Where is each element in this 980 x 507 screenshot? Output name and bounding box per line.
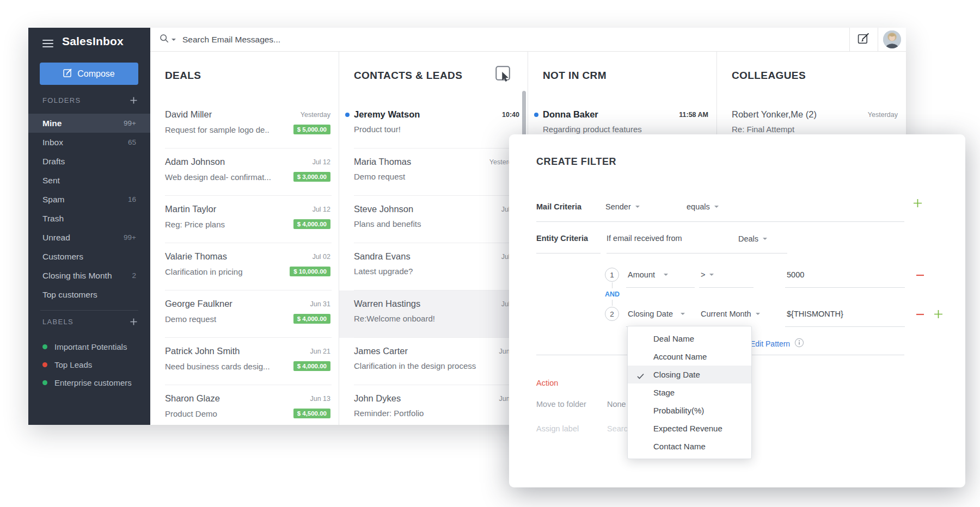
dropdown-option-stage[interactable]: Stage <box>628 384 751 401</box>
email-date: 11:58 AM <box>679 109 708 119</box>
column-title: DEALS <box>165 70 201 81</box>
edit-pattern-link[interactable]: Edit Pattern <box>750 339 790 348</box>
sidebar-item-inbox[interactable]: Inbox65 <box>28 133 150 152</box>
add-folder-icon[interactable] <box>130 97 137 104</box>
email-list-item[interactable]: Patrick John SmithJun 21Need business ca… <box>150 338 339 385</box>
hamburger-menu-icon[interactable] <box>42 40 53 47</box>
condition-1-operator-select[interactable]: > <box>701 270 714 279</box>
sidebar-label-important-potentials[interactable]: Important Potentials <box>28 338 150 356</box>
compose-button[interactable]: Compose <box>40 63 138 85</box>
add-mail-criteria-icon[interactable] <box>912 198 922 208</box>
condition-1-operator-value: > <box>701 270 705 279</box>
sidebar-item-sent[interactable]: Sent <box>28 171 150 190</box>
sidebar-item-customers[interactable]: Customers <box>28 247 150 266</box>
email-list-item[interactable]: Sharon GlazeJun 13Product Demo$ 4,500.00 <box>150 385 339 425</box>
email-list-item[interactable]: James CarterJun 28Clarification in the d… <box>339 338 528 385</box>
sender-name: John Dykes <box>354 393 401 404</box>
remove-condition-1-icon[interactable] <box>916 274 924 277</box>
user-avatar <box>883 30 901 48</box>
email-date: Jun 31 <box>310 299 330 308</box>
add-condition-icon[interactable] <box>934 310 943 319</box>
dropdown-option-account-name[interactable]: Account Name <box>628 348 751 366</box>
folder-list: Mine99+Inbox65DraftsSentSpam16TrashUnrea… <box>28 114 150 304</box>
email-date: 10:40 <box>502 109 519 119</box>
mail-criteria-underline <box>536 221 904 222</box>
sidebar-label-enterprise-customers[interactable]: Enterprise customers <box>28 374 150 392</box>
deal-amount-badge: $ 4,000.00 <box>293 314 330 324</box>
condition-2-field-select[interactable]: Closing Date <box>628 310 685 318</box>
sender-name: David Miller <box>165 109 212 120</box>
sidebar-item-unread[interactable]: Unread99+ <box>28 228 150 247</box>
column-title: CONTACTS & LEADS <box>354 70 462 81</box>
folder-count: 99+ <box>124 119 136 127</box>
select-cursor-icon[interactable] <box>495 66 512 85</box>
sidebar-item-spam[interactable]: Spam16 <box>28 190 150 209</box>
folder-label: Top customers <box>42 290 97 300</box>
email-list-item[interactable]: Jeremy Watson10:40Product tour! <box>339 101 528 149</box>
email-subject: Clarification in pricing <box>165 267 243 276</box>
dropdown-option-probability[interactable]: Probability(%) <box>628 401 751 419</box>
email-list-item[interactable]: David MillerYesterdayRequest for sample … <box>150 101 339 149</box>
mail-criteria-field-select[interactable]: Sender <box>605 202 640 211</box>
condition-2-operator-select[interactable]: Current Month <box>701 310 760 318</box>
email-list-item[interactable]: Steve JohnsonJul 12Plans and benefits <box>339 196 528 243</box>
search-icon <box>160 34 169 46</box>
email-list-item[interactable]: Valarie ThomasJul 02Clarification in pri… <box>150 243 339 290</box>
user-menu[interactable] <box>878 28 906 51</box>
sidebar-item-mine[interactable]: Mine99+ <box>28 114 150 133</box>
label-color-dot <box>42 344 47 349</box>
dropdown-option-label: Deal Name <box>653 334 694 343</box>
info-icon[interactable] <box>794 338 804 348</box>
mail-criteria-operator-select[interactable]: equals <box>687 202 719 211</box>
dropdown-option-label: Probability(%) <box>653 406 704 415</box>
email-list-item[interactable]: Warren HastingsJul 01Re:Welcome onboard! <box>339 290 528 338</box>
column-contacts-leads: CONTACTS & LEADS Jeremy Watson10:40Produ… <box>339 52 528 425</box>
sidebar-item-drafts[interactable]: Drafts <box>28 152 150 171</box>
remove-condition-2-icon[interactable] <box>916 313 924 316</box>
dropdown-option-contact-name[interactable]: Contact Name <box>628 437 751 455</box>
sidebar-item-trash[interactable]: Trash <box>28 209 150 228</box>
search-scope-caret-icon[interactable] <box>171 39 176 41</box>
dropdown-option-closing-date[interactable]: Closing Date <box>628 366 751 384</box>
caret-down-icon <box>763 238 767 240</box>
folders-section-title: FOLDERS <box>42 96 81 104</box>
sidebar-label-top-leads[interactable]: Top Leads <box>28 356 150 374</box>
email-list-item[interactable]: Adam JohnsonJul 12Web design deal- confi… <box>150 149 339 196</box>
sidebar-item-closing-this-month[interactable]: Closing this Month2 <box>28 266 150 285</box>
email-list: Jeremy Watson10:40Product tour!Maria Tho… <box>339 101 528 425</box>
sender-name: Warren Hastings <box>354 299 420 309</box>
email-list-item[interactable]: Martin TaylorJul 12Reg: Price plans$ 4,0… <box>150 196 339 243</box>
sender-name: Valarie Thomas <box>165 251 227 262</box>
condition-2-value-input[interactable]: ${THISMONTH} <box>787 310 843 318</box>
email-subject: Product Demo <box>165 409 217 418</box>
folder-count: 2 <box>132 271 136 280</box>
condition-2-operator-value: Current Month <box>701 310 751 318</box>
sender-name: James Carter <box>354 346 408 356</box>
new-message-icon <box>857 32 871 47</box>
search-input[interactable] <box>182 35 531 45</box>
entity-select[interactable]: Deals <box>738 234 767 243</box>
caret-down-icon <box>681 313 685 315</box>
add-label-icon[interactable] <box>130 318 137 325</box>
email-subject: Regarding product features <box>543 125 642 134</box>
condition-1-value-input[interactable]: 5000 <box>787 270 804 279</box>
email-subject: Demo request <box>354 172 405 181</box>
caret-down-icon <box>664 274 668 276</box>
email-list-item[interactable]: Sandra EvansJul 02Latest upgrade? <box>339 243 528 290</box>
sender-name: Sandra Evans <box>354 251 411 262</box>
entity-select-value: Deals <box>738 234 758 243</box>
dropdown-option-expected-revenue[interactable]: Expected Revenue <box>628 419 751 437</box>
sender-name: Adam Johnson <box>165 157 225 167</box>
email-list-item[interactable]: George FaulknerJun 31Demo request$ 4,000… <box>150 290 339 338</box>
new-message-button[interactable] <box>849 28 878 51</box>
dropdown-option-deal-name[interactable]: Deal Name <box>628 330 751 348</box>
condition-1-operator-underline <box>699 287 754 288</box>
mail-criteria-operator-value: equals <box>687 202 710 211</box>
sidebar-item-top-customers[interactable]: Top customers <box>28 285 150 304</box>
sender-name: Jeremy Watson <box>354 109 420 120</box>
email-list-item[interactable]: Maria ThomasYesterdayDemo request <box>339 149 528 196</box>
move-to-folder-label: Move to folder <box>536 400 586 409</box>
email-list-item[interactable]: John DykesJun 21Reminder: Portfolio <box>339 385 528 425</box>
condition-1-field-select[interactable]: Amount <box>628 270 668 279</box>
sender-name: Patrick John Smith <box>165 346 240 356</box>
